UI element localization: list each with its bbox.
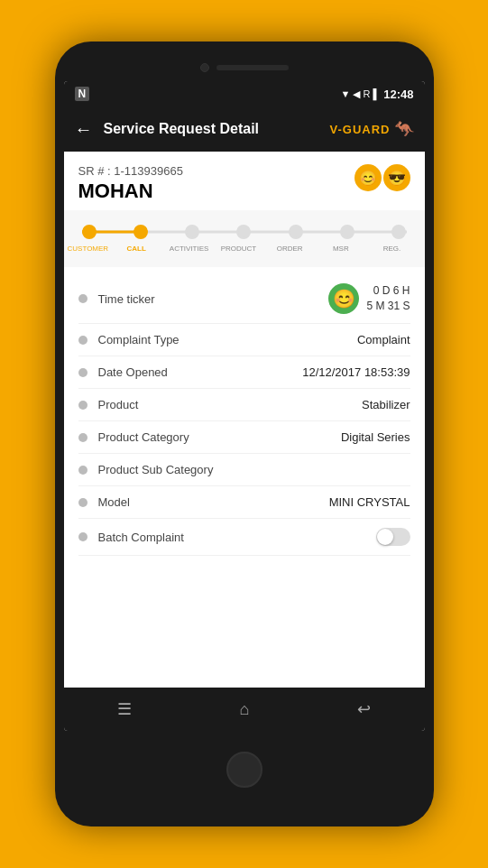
product-value: Stabilizer: [362, 398, 410, 411]
customer-name: MOHAN: [78, 180, 183, 203]
kangaroo-icon: 🦘: [394, 119, 414, 139]
home-icon[interactable]: ⌂: [240, 700, 250, 719]
time-ticker-row: Time ticker 😊 0 D 6 H 5 M 31 S: [78, 274, 410, 324]
home-button[interactable]: [226, 752, 262, 788]
progress-bar: [82, 225, 407, 239]
phone-top: [64, 60, 425, 81]
face-icons: 😊 😎: [354, 164, 410, 191]
step-label-reg: REG.: [373, 245, 410, 253]
status-time: 12:48: [383, 88, 413, 101]
brand-name: V-GUARD: [330, 123, 391, 136]
product-sub-category-row: Product Sub Category: [78, 454, 410, 486]
date-opened-label: Date Opened: [98, 365, 303, 379]
brand-logo: V-GUARD 🦘: [330, 119, 414, 139]
status-right: ▼ ◀ R ▌ 12:48: [340, 88, 413, 101]
product-category-value: Digital Series: [341, 430, 410, 444]
step-label-msr: MSR: [323, 245, 359, 253]
step-label-product: PRODUCT: [220, 245, 256, 253]
time-value: 0 D 6 H 5 M 31 S: [366, 283, 410, 314]
face-icon-1: 😊: [354, 164, 382, 191]
step-dot-msr[interactable]: [340, 225, 354, 239]
time-ticker-label: Time ticker: [98, 292, 329, 306]
phone-frame: N ▼ ◀ R ▌ 12:48 ← Service Request Detail…: [55, 42, 434, 826]
step-label-activities: ACTIVITIES: [170, 245, 206, 253]
model-row: Model MINI CRYSTAL: [78, 486, 410, 519]
step-dot-order[interactable]: [289, 225, 303, 239]
step-dot-activities[interactable]: [185, 225, 199, 239]
back-nav-icon[interactable]: ↩: [357, 699, 371, 719]
date-opened-dot: [78, 368, 87, 377]
step-label-call: CALL: [118, 245, 154, 253]
face-icon-2: 😎: [383, 164, 410, 191]
product-label: Product: [98, 398, 363, 411]
date-opened-row: Date Opened 12/12/2017 18:53:39: [78, 356, 410, 389]
sr-number: SR # : 1-113939665: [78, 164, 183, 178]
status-bar: N ▼ ◀ R ▌ 12:48: [64, 81, 425, 106]
toggle-knob: [377, 529, 393, 545]
product-sub-category-label: Product Sub Category: [98, 463, 410, 476]
product-dot: [78, 401, 87, 410]
step-dot-reg[interactable]: [391, 225, 406, 239]
model-label: Model: [98, 495, 329, 509]
camera: [200, 63, 209, 72]
step-dot-call[interactable]: [134, 225, 148, 239]
step-dot-product[interactable]: [236, 225, 251, 239]
product-category-label: Product Category: [98, 430, 341, 444]
main-content: SR # : 1-113939665 MOHAN 😊 😎: [64, 152, 425, 688]
time-ticker-right: 😊 0 D 6 H 5 M 31 S: [328, 283, 410, 314]
product-sub-category-dot: [78, 466, 87, 475]
model-dot: [78, 498, 87, 507]
menu-icon[interactable]: ☰: [117, 699, 132, 719]
date-opened-value: 12/12/2017 18:53:39: [302, 365, 410, 379]
complaint-type-dot: [78, 336, 87, 345]
model-value: MINI CRYSTAL: [329, 495, 410, 509]
product-category-dot: [78, 433, 87, 442]
status-left: N: [75, 87, 90, 101]
step-label-order: ORDER: [272, 245, 308, 253]
step-dot-customer[interactable]: [82, 225, 97, 239]
batch-complaint-toggle[interactable]: [376, 528, 410, 546]
phone-bottom: [226, 731, 262, 808]
product-row: Product Stabilizer: [78, 389, 410, 421]
product-category-row: Product Category Digital Series: [78, 421, 410, 454]
network-icon: N: [75, 87, 90, 101]
complaint-type-value: Complaint: [357, 333, 410, 346]
batch-complaint-dot: [78, 532, 87, 541]
details-section: Time ticker 😊 0 D 6 H 5 M 31 S Complaint…: [64, 267, 425, 563]
app-bar: ← Service Request Detail V-GUARD 🦘: [64, 106, 425, 152]
progress-steps: [82, 225, 407, 239]
complaint-type-row: Complaint Type Complaint: [78, 324, 410, 356]
step-labels: CUSTOMER CALL ACTIVITIES PRODUCT ORDER M…: [78, 245, 410, 253]
speaker: [216, 65, 289, 70]
batch-complaint-label: Batch Complaint: [98, 531, 376, 544]
complaint-type-label: Complaint Type: [98, 333, 357, 346]
batch-complaint-row: Batch Complaint: [78, 519, 410, 556]
progress-tracker: CUSTOMER CALL ACTIVITIES PRODUCT ORDER M…: [64, 210, 425, 267]
smiley-icon: 😊: [328, 283, 359, 314]
bottom-nav: ☰ ⌂ ↩: [64, 688, 425, 731]
step-label-customer: CUSTOMER: [68, 245, 104, 253]
signal-icons: ▼ ◀ R ▌: [340, 88, 380, 100]
screen: N ▼ ◀ R ▌ 12:48 ← Service Request Detail…: [64, 81, 425, 731]
sr-header: SR # : 1-113939665 MOHAN 😊 😎: [64, 152, 425, 210]
app-title: Service Request Detail: [104, 121, 330, 137]
time-ticker-dot: [78, 294, 87, 303]
back-button[interactable]: ←: [75, 119, 93, 140]
